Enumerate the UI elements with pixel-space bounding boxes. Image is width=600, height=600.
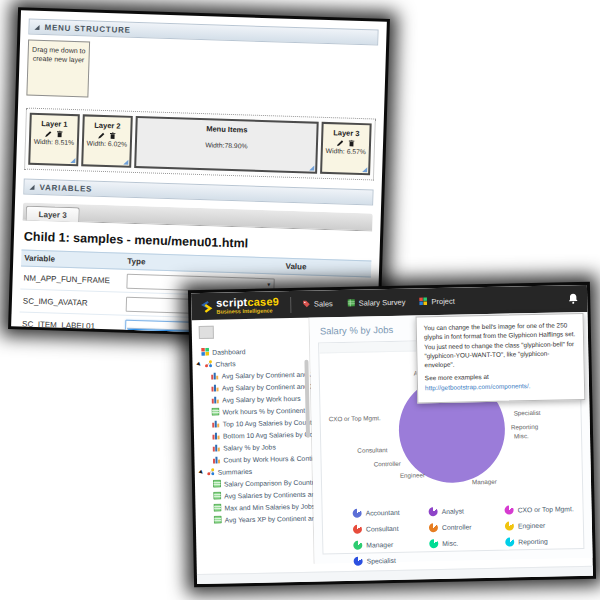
legend-item[interactable]: Misc. [429, 534, 505, 552]
drag-new-layer-box[interactable]: Drag me down to create new layer [26, 40, 90, 98]
trash-icon[interactable] [109, 132, 116, 139]
layer-box[interactable]: Layer 3Width: 6.57% [320, 122, 372, 176]
value-cell[interactable] [285, 286, 368, 289]
menu-structure-title: MENU STRUCTURE [44, 23, 131, 35]
legend-item[interactable]: Specialist [353, 551, 429, 569]
nav-item-sales[interactable]: Sales [302, 299, 333, 310]
pie-slice-label: Manager [472, 478, 497, 486]
nav-item-project[interactable]: Project [419, 296, 455, 307]
edit-pencil-icon[interactable] [45, 130, 52, 137]
nodes-icon [204, 359, 212, 368]
legend-item[interactable]: CXO or Top Mgmt. [504, 500, 580, 518]
layer-box[interactable]: Layer 1Width: 8.51% [28, 113, 80, 167]
pie-slice-label: Consultant [357, 446, 387, 454]
col-header: Variable [24, 254, 127, 266]
layers-strip: Layer 1Width: 8.51%Layer 2Width: 6.02%Me… [24, 108, 376, 181]
tooltip-text: See more examples athttp://getbootstrap.… [425, 371, 577, 393]
trash-icon[interactable] [56, 130, 63, 137]
menu-items-box[interactable]: Menu ItemsWidth:78.90% [134, 116, 319, 174]
variable-name: SC_ITEM_LABEL01 [22, 319, 125, 331]
resize-handle-icon[interactable] [123, 160, 128, 165]
tag-red-icon [302, 299, 310, 309]
edit-pencil-icon[interactable] [98, 132, 105, 139]
pie-icon [354, 556, 363, 565]
variables-title: VARIABLES [39, 182, 92, 193]
pie-icon [429, 539, 438, 548]
trash-icon[interactable] [348, 140, 355, 147]
pie-slice-label: Misc. [514, 432, 529, 439]
top-nav: SalesSalary SurveyProject [302, 296, 455, 309]
legend-item[interactable]: Consultant [353, 519, 429, 537]
legend-item[interactable]: Engineer [505, 516, 581, 534]
brand-tagline: Business Intelligence [216, 308, 279, 315]
legend-item[interactable]: Analyst [428, 502, 504, 520]
pie-slice-label: Controller [374, 460, 401, 468]
legend-item[interactable]: Accountant [352, 503, 428, 521]
bar-icon [212, 419, 220, 428]
table-icon [213, 503, 221, 512]
pie-icon [429, 523, 438, 532]
bell-tooltip: You can change the bell's image for one … [416, 313, 586, 403]
resize-handle-icon[interactable] [362, 167, 367, 172]
collapse-icon[interactable] [34, 24, 39, 29]
resize-handle-icon[interactable] [70, 158, 75, 163]
edit-pencil-icon[interactable] [337, 139, 344, 146]
dashboard-icon [201, 347, 209, 356]
tree-expand-icon[interactable]: ▶ [196, 360, 203, 367]
bar-icon [211, 395, 219, 404]
sidebar-tree: Dashboard▶ChartsAvg Salary by Continent … [197, 344, 313, 526]
nodes-icon [207, 467, 215, 476]
pie-icon [505, 521, 514, 530]
col-header: Value [285, 262, 368, 274]
pie-icon [353, 540, 362, 549]
layer-tabs: Layer 3 [22, 202, 372, 231]
bell-icon [568, 293, 578, 304]
pie-slice-label: Engineer [400, 471, 425, 479]
pie-slice-label: CXO or Top Mgmt. [329, 414, 381, 422]
nav-item-salary-survey[interactable]: Salary Survey [347, 297, 406, 308]
bar-icon [212, 431, 220, 440]
pie-slice-label: Specialist [514, 409, 541, 417]
chart-legend: AccountantAnalystCXO or Top Mgmt.Consult… [322, 500, 583, 569]
resize-handle-icon[interactable] [309, 165, 314, 170]
pie-slice-label: Reporting [511, 423, 538, 431]
bar-icon [211, 371, 219, 380]
pie-icon [505, 537, 514, 546]
variable-name: NM_APP_FUN_FRAME [24, 273, 127, 285]
grid-multicolor-icon [419, 297, 427, 307]
legend-item[interactable]: Reporting [505, 532, 581, 550]
header-divider [290, 297, 291, 313]
table-icon [213, 479, 221, 488]
legend-item[interactable]: Controller [429, 518, 505, 536]
grid-green-icon [347, 298, 355, 308]
notifications-button[interactable] [568, 293, 578, 304]
pie-icon [353, 508, 362, 517]
scriptcase-logo[interactable]: scriptcase9 Business Intelligence [200, 296, 279, 315]
tooltip-text: You can change the bell's image for one … [424, 320, 577, 370]
bootstrap-components-link[interactable]: http://getbootstrap.com/components/. [425, 382, 531, 391]
pie-icon [353, 524, 362, 533]
table-icon [211, 407, 219, 416]
tab-layer-3[interactable]: Layer 3 [25, 206, 79, 223]
col-header: Type [127, 257, 285, 271]
collapse-icon[interactable] [29, 184, 34, 189]
table-icon [214, 515, 222, 524]
variable-name: SC_IMG_AVATAR [23, 296, 126, 308]
scriptcase-dashboard-window: scriptcase9 Business Intelligence SalesS… [191, 285, 593, 584]
variables-header[interactable]: VARIABLES [23, 178, 373, 205]
legend-item[interactable]: Manager [353, 535, 429, 553]
pie-icon [429, 507, 438, 516]
table-icon [213, 491, 221, 500]
bar-icon [212, 443, 220, 452]
pie-icon [505, 505, 514, 514]
sidebar-item[interactable]: Avg Years XP by Continent and Job [201, 512, 313, 526]
tree-expand-icon[interactable]: ▶ [198, 468, 205, 475]
scriptcase-logo-icon [200, 299, 213, 313]
sidebar: Dashboard▶ChartsAvg Salary by Continent … [192, 318, 315, 566]
sidebar-toggle-button[interactable] [199, 326, 214, 339]
type-select[interactable] [127, 273, 275, 293]
layer-box[interactable]: Layer 2Width: 6.02% [81, 114, 133, 168]
menu-editor-window: MENU STRUCTURE Drag me down to create ne… [11, 10, 387, 337]
window-footer [197, 566, 593, 584]
bar-icon [211, 383, 219, 392]
